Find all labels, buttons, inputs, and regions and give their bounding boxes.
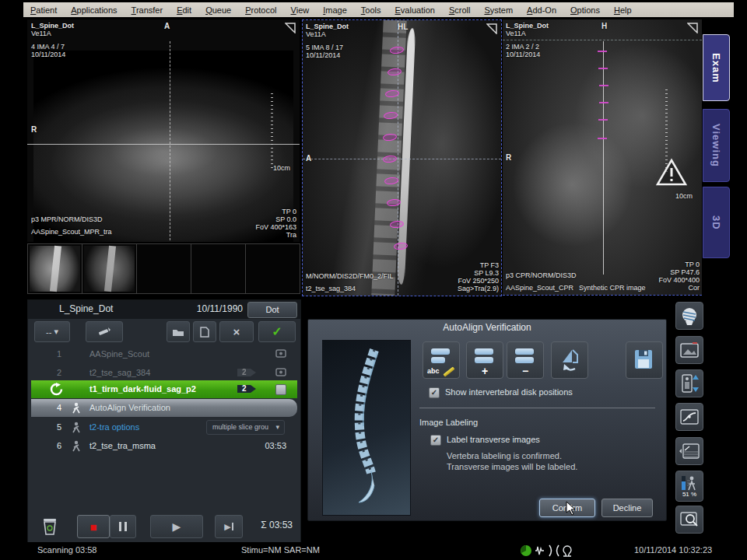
strategy-dropdown-button[interactable]: -- ▾ [34,321,70,342]
decline-button[interactable]: Decline [601,499,653,517]
vp2-orient-left: A [306,154,311,163]
menu-evaluation[interactable]: Evaluation [388,5,441,15]
layout-button[interactable] [675,437,703,465]
pause-button[interactable] [110,515,136,538]
menu-tools[interactable]: Tools [354,5,388,15]
vp3-orient-left: R [506,153,511,162]
tab-3d[interactable]: 3D [703,187,730,258]
dot-button[interactable]: Dot [247,302,297,318]
viewport-axial[interactable]: L_Spine_Dot Ve11A 4 IMA 4 / 7 10/11/2014… [27,19,300,242]
menu-options[interactable]: Options [563,5,607,15]
save-button[interactable] [626,341,663,379]
menu-scroll[interactable]: Scroll [442,5,478,15]
stop-button[interactable]: ■ [77,515,110,538]
queue-row-4-selected[interactable]: 4 AutoAlign Verification [31,399,297,417]
reference-hline [27,144,300,145]
row-checkbox[interactable] [275,384,286,395]
stop-icon: ■ [89,521,96,533]
vp3-date: 10/11/2014 [506,51,540,59]
trash-icon[interactable] [40,516,59,536]
vp2-date: 10/11/2014 [306,51,340,60]
sagittal-thumb-image [84,246,135,292]
thumbnail-3[interactable] [136,243,191,294]
play-button[interactable]: ▶ [150,515,203,538]
queue-row-6[interactable]: 6 t2_tse_tra_msma 03:53 [31,437,297,455]
add-vertebra-button[interactable]: + [466,341,503,379]
vp3-scale-label: 10cm [675,192,693,201]
menu-addon[interactable]: Add-On [520,5,563,15]
menu-queue[interactable]: Queue [198,5,238,15]
vp1-info2: AASpine_Scout_MPR_tra [31,228,112,236]
table-position-button[interactable] [675,369,703,397]
menu-edit[interactable]: Edit [170,5,198,15]
menu-image[interactable]: Image [316,5,354,15]
protocol-name: t2_tse_sag_384 [89,368,150,377]
corner-handle-icon[interactable] [687,23,698,33]
table-position-icon [680,373,699,394]
thumbnail-1[interactable] [27,243,82,294]
open-folder-button[interactable] [167,321,190,342]
sar-monitor-button[interactable]: 51 % [675,471,703,502]
tab-exam[interactable]: Exam [703,34,730,101]
pause-icon [119,522,121,531]
vp2-info2: t2_tse_sag_384 [306,285,356,293]
show-disks-checkbox[interactable]: ✓ [429,387,440,398]
corner-handle-icon[interactable] [486,23,497,34]
row-number: 6 [53,441,65,450]
flip-orientation-button[interactable] [551,341,588,379]
queue-row-5[interactable]: 5 t2-tra options multiple slice grou ▾ [31,418,297,436]
edit-labels-button[interactable]: abc [423,341,460,379]
vp1-version: Ve11A [31,30,51,38]
menu-protocol[interactable]: Protocol [238,5,283,15]
menu-system[interactable]: System [477,5,520,15]
queue-row-1[interactable]: 1 AASpine_Scout [31,345,297,363]
close-icon: × [233,325,240,338]
thumbnail-2[interactable] [82,243,137,294]
image-review-button[interactable] [675,336,703,364]
vp3-version: Ve11A [506,30,526,38]
thumbnail-5[interactable] [245,243,300,294]
flip-icon [552,342,586,376]
vertebra-icon [431,348,450,355]
contrast-curve-icon [680,408,699,425]
slice-group-dropdown[interactable]: multiple slice grou ▾ [206,420,285,435]
viewport-coronal[interactable]: L_Spine_Dot Ve11A 2 IMA 2 / 2 10/11/2014… [503,19,702,296]
menu-patient[interactable]: Patient [23,5,64,15]
play-icon: ▶ [173,520,181,533]
protocol-name: AASpine_Scout [89,349,149,359]
vp3-orient-top: H [601,22,607,30]
skip-icon: ▶ [224,522,230,532]
dialog-title: AutoAlign Verification [308,322,666,333]
copy-reference-button[interactable] [193,321,216,342]
queue-row-2[interactable]: 2 t2_tse_sag_384 2 [31,364,297,382]
windowing-button[interactable] [675,403,703,431]
scanning-status: Scanning 03:58 [37,545,96,555]
preview-search-button[interactable] [675,506,703,534]
skip-button[interactable]: ▶ [215,515,243,538]
protocol-name: t2_tse_tra_msma [89,441,156,450]
reference-hline [503,40,702,40]
cancel-button[interactable]: × [219,321,254,342]
layout-icon [679,443,700,460]
apply-button[interactable]: ✓ [258,321,296,342]
menu-view[interactable]: View [284,5,317,15]
protocol-name: AutoAlign Verification [89,403,170,412]
tab-viewing[interactable]: Viewing [703,109,730,182]
edit-protocol-button[interactable] [86,321,123,342]
duration-label: 03:53 [265,441,286,450]
menu-applications[interactable]: Applications [64,5,124,15]
protocol-name: t1_tirm_dark-fluid_sag_p2 [89,384,196,394]
chevron-down-icon: ▾ [54,327,58,337]
thumbnail-4[interactable] [191,243,246,294]
patient-header: L_Spine_Dot 10/11/1990 Dot [28,300,300,319]
corner-handle-icon[interactable] [285,23,296,33]
queue-row-3-running[interactable]: t1_tirm_dark-fluid_sag_p2 2 [31,380,297,398]
reference-hline [303,159,501,159]
menu-help[interactable]: Help [607,5,639,15]
remove-vertebra-button[interactable]: − [507,341,544,379]
menu-transfer[interactable]: Transfer [124,5,170,15]
head-coil-button[interactable] [675,302,703,330]
reference-vline [603,41,604,275]
viewport-sagittal[interactable]: L_Spine_Dot Ve11A 5 IMA 8 / 17 10/11/201… [302,19,502,296]
label-transverse-checkbox[interactable]: ✓ [430,435,441,446]
